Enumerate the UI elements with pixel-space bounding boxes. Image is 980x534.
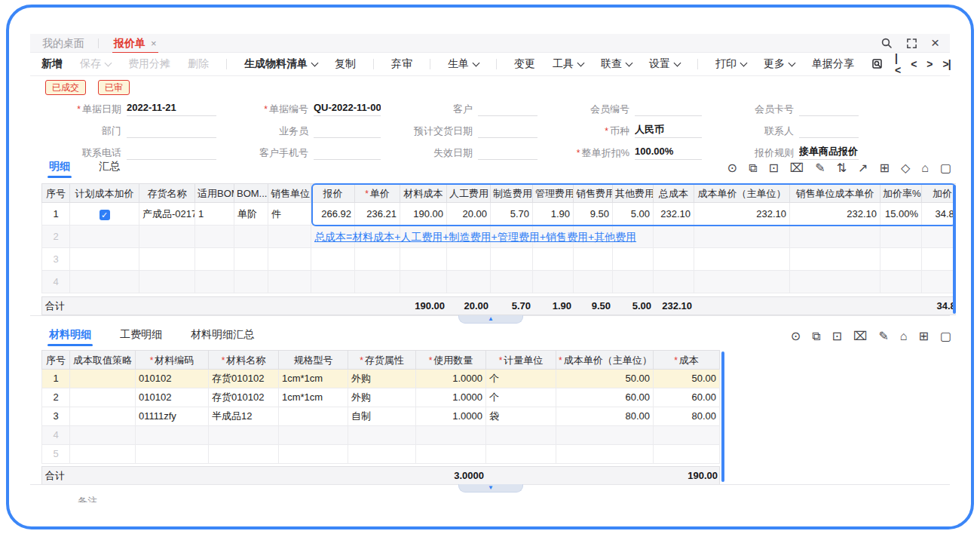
table-cell[interactable]	[654, 226, 694, 248]
table-cell[interactable]	[136, 445, 209, 464]
table-cell[interactable]: 50.00	[654, 370, 720, 388]
table-cell[interactable]: 1.0000	[416, 370, 486, 388]
column-header[interactable]: *计量单位	[486, 350, 556, 370]
table-cell[interactable]: 80.00	[556, 407, 654, 426]
table-cell[interactable]: 个	[486, 370, 556, 388]
table-cell[interactable]: 存货010102	[209, 388, 279, 407]
table-cell[interactable]	[416, 445, 486, 464]
column-header[interactable]: *单价	[355, 183, 400, 203]
copy-add-icon[interactable]: ⧉	[749, 162, 757, 174]
table-cell[interactable]: 袋	[486, 407, 556, 426]
tab-quotation[interactable]: 报价单×	[114, 34, 157, 53]
table-cell[interactable]	[70, 407, 136, 426]
layout-blocks-icon[interactable]: ⊞	[879, 162, 889, 174]
tab-detail[interactable]: 明细	[47, 157, 72, 180]
tab-summary[interactable]: 汇总	[97, 157, 121, 180]
field-input-doc-date[interactable]: 2022-11-21	[127, 100, 216, 116]
table-cell[interactable]	[491, 248, 533, 271]
table-cell[interactable]	[348, 426, 416, 445]
table-cell[interactable]	[209, 445, 279, 464]
table-cell[interactable]	[922, 226, 956, 248]
table-cell[interactable]	[880, 271, 922, 293]
table-cell[interactable]: 50.00	[556, 370, 654, 388]
table-cell[interactable]	[234, 248, 268, 271]
column-header[interactable]: 材料成本	[400, 183, 447, 203]
table-cell[interactable]: 外购	[348, 370, 416, 388]
column-header[interactable]: 人工费用	[447, 183, 491, 203]
table-cell[interactable]	[654, 426, 720, 445]
table-cell[interactable]: 60.00	[654, 388, 720, 407]
trend-chart-icon[interactable]: ↗	[858, 162, 868, 174]
table-cell[interactable]	[195, 248, 234, 271]
table-cell[interactable]	[400, 271, 447, 293]
table-cell[interactable]: 5.00	[613, 203, 654, 226]
table-cell[interactable]: 1cm*1cm	[279, 388, 348, 407]
table-cell[interactable]: 34.82	[922, 203, 956, 226]
collapse-handle-up[interactable]: ▲	[458, 315, 523, 324]
row-number-cell[interactable]: 2	[41, 226, 70, 248]
table-cell[interactable]: 1cm*1cm	[279, 370, 348, 388]
table-cell[interactable]	[533, 271, 574, 293]
toolbar-button-copy[interactable]: 复制	[335, 57, 356, 71]
first-record-button[interactable]: |<	[895, 52, 900, 76]
table-cell[interactable]	[311, 271, 355, 293]
table-cell[interactable]	[491, 271, 533, 293]
table-cell[interactable]: 1	[195, 203, 234, 226]
tab-material-summary[interactable]: 材料明细汇总	[189, 325, 256, 348]
column-header[interactable]: 适用BOM	[195, 183, 234, 203]
field-input-contact[interactable]	[799, 122, 859, 138]
tab-close-icon[interactable]: ×	[151, 38, 157, 49]
field-input-customer[interactable]	[478, 100, 537, 116]
table-cell[interactable]	[355, 271, 400, 293]
field-input-currency[interactable]: 人民币	[635, 122, 702, 138]
table-cell[interactable]: 件	[268, 203, 311, 226]
table-row[interactable]: 5	[41, 445, 720, 464]
close-icon[interactable]: ×	[931, 36, 939, 50]
row-number-cell[interactable]: 3	[41, 407, 70, 426]
table-cell[interactable]: ✓	[70, 203, 139, 226]
table-cell[interactable]	[70, 445, 136, 464]
table-row[interactable]: 4	[41, 426, 720, 445]
table-row[interactable]: 1010102存货0101021cm*1cm外购1.0000个50.0050.0…	[41, 370, 720, 388]
table-cell[interactable]	[922, 271, 956, 293]
table-cell[interactable]	[922, 248, 956, 271]
table-cell[interactable]	[574, 271, 613, 293]
column-header[interactable]: *成本单价（主单位）	[556, 350, 654, 370]
table-cell[interactable]: 01111zfy	[136, 407, 209, 426]
table-cell[interactable]: 190.00	[400, 203, 447, 226]
toolbar-button-save[interactable]: 保存	[80, 57, 111, 71]
column-header[interactable]: 制造费用	[491, 183, 533, 203]
toolbar-button-generate-order[interactable]: 生单	[448, 57, 479, 71]
table-row[interactable]: 2010102存货0101021cm*1cm外购1.0000个60.0060.0…	[41, 388, 720, 407]
toolbar-button-settings[interactable]: 设置	[649, 57, 680, 71]
row-number-cell[interactable]: 4	[41, 426, 70, 445]
column-header[interactable]: 加价	[922, 183, 956, 203]
row-number-cell[interactable]: 5	[41, 445, 70, 464]
table-cell[interactable]	[613, 271, 654, 293]
table-cell[interactable]	[279, 426, 348, 445]
expand-icon[interactable]	[906, 38, 917, 49]
table-cell[interactable]	[694, 271, 790, 293]
toolbar-button-tools[interactable]: 工具	[553, 57, 583, 71]
field-input-salesman[interactable]	[314, 122, 381, 138]
table-cell[interactable]	[139, 248, 195, 271]
table-row[interactable]: 301111zfy半成品12自制1.0000袋80.0080.00	[41, 407, 720, 426]
table-cell[interactable]	[195, 271, 234, 293]
table-cell[interactable]	[556, 445, 654, 464]
field-input-doc-no[interactable]: QU-2022-11-0001	[314, 100, 381, 116]
table-cell[interactable]	[486, 445, 556, 464]
table-cell[interactable]: 236.21	[355, 203, 400, 226]
toolbar-button-change[interactable]: 变更	[514, 57, 535, 71]
table-cell[interactable]: 产成品-0217	[139, 203, 195, 226]
column-header[interactable]: 总成本	[654, 183, 694, 203]
toolbar-button-expense-allocation[interactable]: 费用分摊	[128, 57, 170, 71]
table-cell[interactable]	[234, 271, 268, 293]
prev-record-button[interactable]: <	[911, 58, 916, 70]
column-header[interactable]: 规格型号	[279, 350, 348, 370]
table-cell[interactable]	[447, 248, 491, 271]
field-input-expected-delivery-date[interactable]	[478, 122, 537, 138]
table-cell[interactable]: 自制	[348, 407, 416, 426]
table-cell[interactable]: 266.92	[311, 203, 355, 226]
table-row[interactable]: 1✓产成品-02171单阶件266.92236.21190.0020.005.7…	[41, 203, 956, 226]
table-cell[interactable]	[70, 248, 139, 271]
